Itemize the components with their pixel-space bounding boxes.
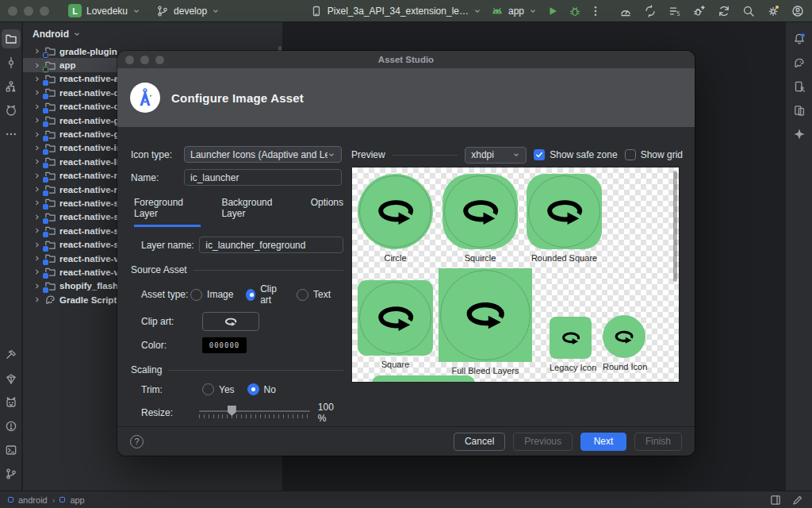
icon-type-dropdown[interactable]: Launcher Icons (Adaptive and Legacy) (184, 146, 342, 163)
module-badge (43, 218, 48, 224)
tab-foreground-layer[interactable]: Foreground Layer (134, 197, 201, 227)
clip-art-picker-button[interactable] (202, 312, 259, 331)
minimize-window-icon[interactable] (24, 6, 33, 16)
expand-arrow-icon[interactable] (33, 62, 40, 69)
expand-arrow-icon[interactable] (33, 131, 40, 138)
expand-arrow-icon[interactable] (33, 172, 40, 179)
breadcrumb-android[interactable]: android (18, 495, 48, 505)
asset-type-clipart-radio[interactable]: Clip art (246, 283, 284, 306)
expand-arrow-icon[interactable] (33, 144, 40, 152)
structure-icon[interactable] (2, 77, 21, 96)
resize-slider[interactable] (199, 407, 310, 418)
notifications-icon[interactable] (790, 29, 809, 48)
attach-debugger-icon[interactable] (693, 5, 706, 17)
finish-button[interactable]: Finish (634, 433, 682, 451)
commit-icon[interactable] (2, 53, 21, 72)
running-devices-icon[interactable] (790, 101, 809, 120)
run-configuration-selector[interactable]: app (486, 3, 542, 19)
expand-arrow-icon[interactable] (33, 268, 40, 275)
chevron-down-icon (529, 7, 537, 15)
preview-item-round: Round Icon (603, 315, 647, 372)
color-row: Color: 000000 (141, 337, 343, 353)
window-controls[interactable] (8, 6, 49, 16)
project-folder-icon[interactable] (2, 29, 21, 48)
next-button[interactable]: Next (580, 433, 626, 451)
expand-arrow-icon[interactable] (33, 75, 40, 83)
previous-button[interactable]: Previous (513, 433, 573, 451)
asset-type-image-radio[interactable]: Image (190, 289, 233, 301)
preview-label: Preview (351, 149, 385, 160)
expand-arrow-icon[interactable] (33, 117, 40, 124)
scaling-label: Scaling (131, 364, 162, 375)
terminal-icon[interactable] (2, 441, 21, 460)
profiler-icon[interactable] (619, 5, 632, 17)
icon-type-label: Icon type: (131, 149, 184, 160)
trim-yes-radio[interactable]: Yes (202, 383, 235, 395)
gradle-icon[interactable] (790, 53, 809, 72)
debug-button[interactable] (569, 5, 581, 17)
expand-arrow-icon[interactable] (33, 89, 40, 96)
sync-project-icon[interactable] (718, 5, 730, 17)
color-label: Color: (141, 340, 202, 351)
todo-list-icon[interactable]: 5 (668, 5, 681, 17)
account-icon[interactable] (791, 5, 804, 17)
tree-item-label: gradle-plugin (59, 47, 117, 56)
expand-arrow-icon[interactable] (33, 158, 40, 165)
more-tools-icon[interactable] (2, 125, 21, 144)
asset-type-text-radio[interactable]: Text (297, 289, 331, 301)
name-input[interactable] (184, 169, 342, 186)
breadcrumb-app[interactable]: app (70, 495, 84, 505)
help-button[interactable]: ? (130, 435, 144, 448)
branch-selector[interactable]: develop (151, 3, 224, 19)
dialog-footer: ? Cancel Previous Next Finish (117, 426, 695, 456)
device-selector[interactable]: Pixel_3a_API_34_extension_le… (305, 3, 486, 19)
project-selector[interactable]: L Lovedeku (63, 2, 145, 19)
expand-arrow-icon[interactable] (33, 199, 40, 206)
search-icon[interactable] (742, 5, 755, 17)
cancel-button[interactable]: Cancel (454, 433, 505, 451)
build-icon[interactable] (2, 345, 21, 364)
color-swatch[interactable]: 000000 (202, 337, 247, 353)
expand-arrow-icon[interactable] (33, 214, 40, 221)
expand-arrow-icon[interactable] (33, 255, 40, 262)
expand-arrow-icon[interactable] (33, 186, 40, 193)
ai-actions-icon[interactable] (644, 5, 657, 17)
show-grid-checkbox[interactable]: Show grid (625, 149, 683, 160)
settings-icon[interactable] (767, 5, 779, 17)
expand-arrow-icon[interactable] (33, 241, 40, 248)
expand-arrow-icon[interactable] (33, 103, 40, 110)
run-button[interactable] (546, 5, 559, 17)
layer-name-input[interactable] (199, 237, 343, 253)
device-manager-icon[interactable] (790, 77, 809, 96)
trim-no-radio[interactable]: No (247, 383, 276, 395)
pen-icon[interactable] (791, 494, 804, 506)
notifications-panel-icon[interactable] (769, 494, 782, 506)
status-bar: android › app (0, 491, 812, 508)
zoom-window-icon[interactable] (40, 6, 49, 16)
close-window-icon[interactable] (8, 6, 17, 16)
dialog-window-title: Asset Studio (117, 55, 695, 64)
titlebar-right-icons: 5 (619, 5, 804, 17)
expand-arrow-icon[interactable] (33, 48, 40, 55)
logcat-icon[interactable] (2, 393, 21, 412)
gemini-icon[interactable] (790, 125, 809, 144)
slider-ticks (199, 414, 310, 418)
version-control-icon[interactable] (2, 464, 21, 483)
expand-arrow-icon[interactable] (33, 296, 40, 303)
pull-requests-icon[interactable] (2, 101, 21, 120)
preview-item-label: Square (358, 360, 433, 369)
problems-icon[interactable] (2, 417, 21, 436)
expand-arrow-icon[interactable] (33, 283, 40, 290)
more-actions-icon[interactable] (589, 5, 602, 17)
slider-track[interactable] (199, 410, 310, 412)
app-quality-insights-icon[interactable] (2, 369, 21, 388)
preview-scrollbar[interactable] (673, 171, 677, 282)
dpi-dropdown[interactable]: xhdpi (465, 147, 527, 164)
expand-arrow-icon[interactable] (33, 227, 40, 234)
project-view-selector[interactable]: Android (23, 22, 282, 44)
left-tool-strip (0, 22, 22, 491)
show-safe-zone-checkbox[interactable]: Show safe zone (534, 149, 617, 160)
tab-background-layer[interactable]: Background Layer (221, 197, 289, 227)
chevron-down-icon (212, 7, 220, 15)
tab-options[interactable]: Options (311, 197, 343, 227)
